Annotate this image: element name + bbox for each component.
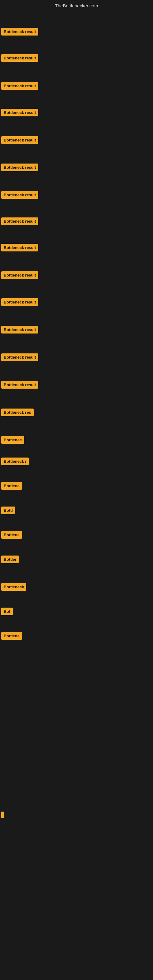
bottleneck-badge: Bottleneck result	[1, 244, 38, 251]
bottleneck-item[interactable]: Bottleneck result	[1, 218, 38, 226]
bottleneck-badge: Bottlenec	[1, 436, 24, 444]
bottleneck-item[interactable]: Bottlene	[1, 632, 22, 641]
bottleneck-item[interactable]: Bottler	[1, 555, 19, 565]
bottleneck-badge: Bottleneck r	[1, 458, 29, 465]
bottleneck-badge: Bottleneck result	[1, 109, 38, 116]
bottleneck-badge: Bottler	[1, 555, 19, 563]
bottleneck-badge: Bottleneck result	[1, 326, 38, 334]
bottleneck-item[interactable]: Bottleneck result	[1, 164, 38, 172]
bottleneck-item[interactable]: Bottleneck result	[1, 271, 38, 280]
bottleneck-item[interactable]: Bottleneck	[1, 583, 26, 592]
bottleneck-badge: Bottleneck	[1, 583, 26, 591]
bottleneck-badge: Bottleneck result	[1, 136, 38, 144]
bottleneck-item[interactable]: Bottleneck r	[1, 458, 29, 466]
bottleneck-item[interactable]: Bottleneck result	[1, 136, 38, 145]
small-indicator	[1, 811, 4, 818]
bottleneck-badge: Bottl	[1, 506, 15, 514]
bottleneck-item[interactable]: Bottleneck result	[1, 326, 38, 335]
bottleneck-item[interactable]: Bot	[1, 608, 13, 616]
bottleneck-item[interactable]: Bottlene	[1, 531, 22, 540]
bottleneck-item[interactable]: Bottleneck result	[1, 298, 38, 307]
bottleneck-item[interactable]: Bottl	[1, 506, 15, 515]
bottleneck-badge: Bottleneck result	[1, 381, 38, 389]
bottleneck-badge: Bottlene	[1, 482, 22, 490]
bottleneck-item[interactable]: Bottleneck result	[1, 191, 38, 200]
bottleneck-item[interactable]: Bottleneck res	[1, 409, 33, 417]
bottleneck-badge: Bottleneck result	[1, 54, 38, 62]
bottleneck-badge: Bottleneck result	[1, 191, 38, 199]
bottleneck-item[interactable]: Bottleneck result	[1, 109, 38, 118]
bottleneck-badge: Bottleneck result	[1, 271, 38, 279]
bottleneck-badge: Bottleneck result	[1, 353, 38, 361]
bottleneck-item[interactable]: Bottleneck result	[1, 28, 38, 37]
bottleneck-badge: Bottleneck result	[1, 82, 38, 90]
bottleneck-item[interactable]: Bottleneck result	[1, 54, 38, 63]
site-title: TheBottlenecker.com	[0, 0, 153, 10]
bottleneck-badge: Bottleneck result	[1, 164, 38, 171]
bottleneck-item[interactable]: Bottlenec	[1, 436, 24, 445]
bottleneck-badge: Bottlene	[1, 632, 22, 640]
bottleneck-item[interactable]: Bottleneck result	[1, 381, 38, 390]
bottleneck-badge: Bottleneck result	[1, 218, 38, 225]
bottleneck-badge: Bottleneck res	[1, 409, 33, 416]
bottleneck-badge: Bottlene	[1, 531, 22, 539]
bottleneck-badge: Bottleneck result	[1, 28, 38, 35]
bottleneck-badge: Bottleneck result	[1, 298, 38, 306]
bottleneck-item[interactable]: Bottleneck result	[1, 353, 38, 362]
bottleneck-badge: Bot	[1, 608, 13, 615]
bottleneck-item[interactable]: Bottlene	[1, 482, 22, 491]
bottleneck-item[interactable]: Bottleneck result	[1, 82, 38, 91]
bottleneck-item[interactable]: Bottleneck result	[1, 244, 38, 253]
